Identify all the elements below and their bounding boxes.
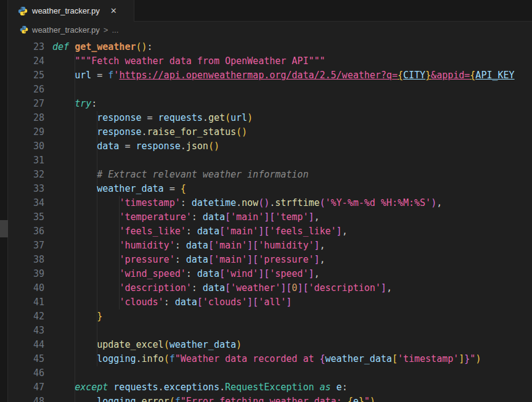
code-line: 36 'feels_like': data['main']['feels_lik… <box>8 224 532 239</box>
line-number: 30 <box>8 139 44 154</box>
line-number: 40 <box>8 281 44 295</box>
code-text: 'pressure': data['main']['pressure'], <box>52 253 325 267</box>
code-line: 26 <box>8 83 532 97</box>
python-icon <box>18 6 28 16</box>
code-line: 28 response = requests.get(url) <box>8 111 532 125</box>
code-text: 'wind_speed': data['wind']['speed'], <box>52 267 320 281</box>
left-scrollbar-track <box>0 0 8 402</box>
code-line: 40 'description': data['weather'][0]['de… <box>8 281 532 295</box>
line-number: 46 <box>8 366 44 380</box>
line-number: 36 <box>8 224 44 239</box>
code-text: weather_data = { <box>52 182 186 196</box>
code-line: 34 'timestamp': datetime.now().strftime(… <box>8 196 532 210</box>
close-icon[interactable]: ✕ <box>110 6 117 15</box>
code-text: 'feels_like': data['main']['feels_like']… <box>52 224 348 239</box>
code-line: 31 <box>8 154 532 168</box>
line-number: 42 <box>8 310 44 324</box>
code-line: 24 """Fetch weather data from OpenWeathe… <box>8 54 532 68</box>
line-number: 47 <box>8 380 44 395</box>
code-text: # Extract relevant weather information <box>52 168 308 182</box>
code-text: response = requests.get(url) <box>52 111 253 125</box>
code-text: url = f'https://api.openweathermap.org/d… <box>52 68 515 83</box>
code-line: 46 <box>8 366 532 380</box>
line-number: 26 <box>8 83 44 97</box>
code-text: 'humidity': data['main']['humidity'], <box>52 239 325 253</box>
code-line: 39 'wind_speed': data['wind']['speed'], <box>8 267 532 281</box>
code-line: 37 'humidity': data['main']['humidity'], <box>8 239 532 253</box>
code-line: 41 'clouds': data['clouds']['all'] <box>8 295 532 310</box>
left-scrollbar-thumb[interactable] <box>0 220 8 237</box>
code-line: 30 data = response.json() <box>8 139 532 154</box>
line-number: 23 <box>8 40 44 54</box>
code-line: 44 update_excel(weather_data) <box>8 338 532 352</box>
code-text: try: <box>52 97 97 111</box>
line-number: 41 <box>8 295 44 310</box>
line-number: 45 <box>8 352 44 366</box>
line-number: 31 <box>8 154 44 168</box>
code-line: 33 weather_data = { <box>8 182 532 196</box>
line-number: 28 <box>8 111 44 125</box>
line-number: 48 <box>8 395 44 402</box>
code-line: 27 try: <box>8 97 532 111</box>
breadcrumb[interactable]: weather_tracker.py > ... <box>8 22 532 38</box>
code-line: 48 logging.error(f"Error fetching weathe… <box>8 395 532 402</box>
code-text: 'temperature': data['main']['temp'], <box>52 210 320 224</box>
line-number: 32 <box>8 168 44 182</box>
line-number: 27 <box>8 97 44 111</box>
code-text: 'description': data['weather'][0]['descr… <box>52 281 392 295</box>
breadcrumb-separator: > <box>104 25 108 35</box>
code-text: """Fetch weather data from OpenWeather A… <box>52 54 325 68</box>
line-number: 24 <box>8 54 44 68</box>
code-text: logging.error(f"Error fetching weather d… <box>52 395 375 402</box>
code-line: 47 except requests.exceptions.RequestExc… <box>8 380 532 395</box>
code-line: 23def get_weather(): <box>8 40 532 54</box>
code-line: 25 url = f'https://api.openweathermap.or… <box>8 68 532 83</box>
code-text: } <box>52 310 102 324</box>
line-number: 43 <box>8 324 44 338</box>
code-line: 29 response.raise_for_status() <box>8 125 532 139</box>
line-number: 33 <box>8 182 44 196</box>
code-text: logging.info(f"Weather data recorded at … <box>52 352 481 366</box>
code-line: 35 'temperature': data['main']['temp'], <box>8 210 532 224</box>
code-line: 42 } <box>8 310 532 324</box>
code-text: response.raise_for_status() <box>52 125 247 139</box>
code-text: except requests.exceptions.RequestExcept… <box>52 380 348 395</box>
line-number: 38 <box>8 253 44 267</box>
code-text: data = response.json() <box>52 139 219 154</box>
code-editor[interactable]: 23def get_weather():24 """Fetch weather … <box>8 38 532 402</box>
editor-tab-bar: weather_tracker.py ✕ <box>8 0 532 22</box>
line-number: 37 <box>8 239 44 253</box>
code-line: 38 'pressure': data['main']['pressure'], <box>8 253 532 267</box>
line-number: 44 <box>8 338 44 352</box>
line-number: 35 <box>8 210 44 224</box>
code-line: 45 logging.info(f"Weather data recorded … <box>8 352 532 366</box>
code-line: 43 <box>8 324 532 338</box>
code-text: 'timestamp': datetime.now().strftime('%Y… <box>52 196 442 210</box>
code-text: def get_weather(): <box>52 40 153 54</box>
line-number: 25 <box>8 68 44 83</box>
code-text: update_excel(weather_data) <box>52 338 242 352</box>
tab-weather-tracker[interactable]: weather_tracker.py ✕ <box>8 0 134 22</box>
line-number: 29 <box>8 125 44 139</box>
code-text: 'clouds': data['clouds']['all'] <box>52 295 292 310</box>
breadcrumb-symbol-ellipsis[interactable]: ... <box>112 25 118 35</box>
tab-title: weather_tracker.py <box>32 6 100 15</box>
python-icon <box>20 25 28 34</box>
vscode-editor-window: weather_tracker.py ✕ weather_tracker.py … <box>0 0 532 402</box>
line-number: 39 <box>8 267 44 281</box>
breadcrumb-filename[interactable]: weather_tracker.py <box>32 25 100 35</box>
code-line: 32 # Extract relevant weather informatio… <box>8 168 532 182</box>
line-number: 34 <box>8 196 44 210</box>
